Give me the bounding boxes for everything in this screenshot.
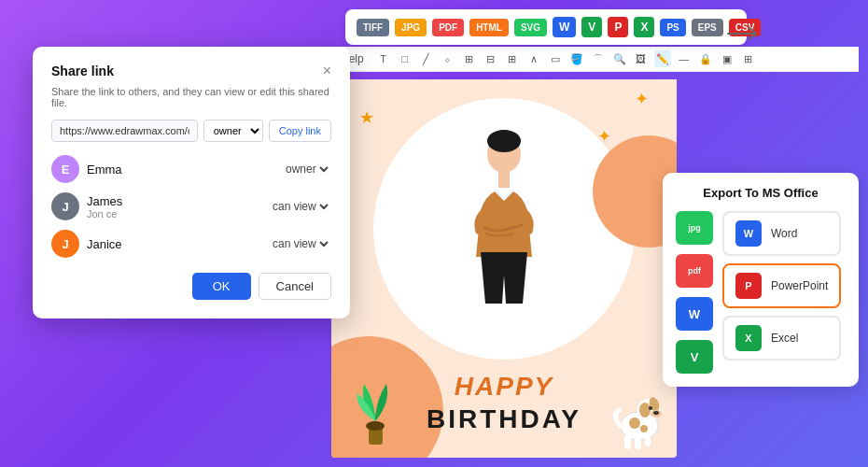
side-icon-word-mini[interactable]: W [676, 297, 713, 331]
export-panel: Export To MS Office jpg pdf W V W Word P… [663, 173, 859, 387]
share-modal: Share link × Share the link to others, a… [33, 47, 350, 318]
image-icon[interactable]: 🖼 [633, 50, 650, 67]
pen-icon[interactable]: ✏️ [654, 50, 671, 67]
cancel-button[interactable]: Cancel [259, 273, 331, 300]
tool-icons: T □ ╱ ⬦ ⊞ ⊟ ⊞ ∧ ▭ 🪣 ⌒ 🔍 🖼 ✏️ — 🔒 ▣ ⊞ [375, 50, 757, 67]
svg-rect-15 [624, 435, 631, 449]
chart-icon[interactable]: ∧ [525, 50, 542, 67]
line-tool-icon[interactable]: ╱ [418, 50, 435, 67]
card-canvas: ★ ✦ ✦ HAPPY BIRTHDAY [331, 79, 677, 458]
user-role-select-emma[interactable]: owner [282, 162, 331, 177]
card-star-3: ✦ [635, 89, 649, 109]
badge-ps[interactable]: PS [660, 19, 685, 36]
modal-description: Share the link to others, and they can v… [51, 86, 331, 108]
help-bar: Help T □ ╱ ⬦ ⊞ ⊟ ⊞ ∧ ▭ 🪣 ⌒ 🔍 🖼 ✏️ — 🔒 ▣ … [331, 47, 859, 72]
user-info-emma: Emma [87, 163, 122, 177]
svg-point-10 [639, 403, 651, 417]
word-label: Word [771, 227, 797, 240]
card-plant [350, 375, 401, 458]
powerpoint-label: PowerPoint [771, 279, 828, 292]
screen-icon[interactable]: ▣ [719, 50, 735, 67]
table-icon[interactable]: ⊞ [504, 50, 521, 67]
card-star-1: ★ [359, 107, 374, 128]
export-options: W Word P PowerPoint X Excel [722, 211, 841, 374]
modal-title: Share link [51, 64, 114, 78]
side-icon-pdf[interactable]: pdf [676, 254, 713, 288]
svg-point-2 [497, 130, 511, 145]
user-role-select-janice[interactable]: can view [269, 236, 331, 251]
card-person [429, 117, 579, 322]
user-sub-james: Jon ce [87, 208, 122, 219]
group-icon[interactable]: ⊞ [461, 50, 478, 67]
export-option-word[interactable]: W Word [722, 211, 841, 256]
user-name-james: James [87, 194, 122, 208]
card-birthday-text: BIRTHDAY [427, 404, 581, 434]
card-star-2: ✦ [597, 126, 611, 147]
user-left-james: J James Jon ce [51, 192, 122, 220]
users-list: E Emma owner J James Jon ce [51, 155, 331, 258]
share-url-input[interactable] [51, 120, 198, 142]
svg-point-14 [653, 411, 659, 415]
fill-icon[interactable]: 🪣 [568, 50, 585, 67]
curve-icon[interactable]: ⌒ [590, 50, 607, 67]
badge-pdf[interactable]: PDF [432, 19, 464, 36]
powerpoint-icon: P [735, 273, 762, 299]
avatar-janice: J [51, 230, 79, 258]
svg-point-5 [366, 421, 385, 431]
export-option-excel[interactable]: X Excel [722, 316, 841, 361]
shape-tool-icon[interactable]: □ [397, 50, 413, 67]
badge-ppt[interactable]: P [608, 17, 628, 37]
grid-icon[interactable]: ⊞ [740, 50, 757, 67]
avatar-emma: E [51, 155, 79, 183]
user-row-emma: E Emma owner [51, 155, 331, 183]
svg-point-7 [629, 417, 640, 429]
zoom-icon[interactable]: 🔍 [611, 50, 628, 67]
side-icon-jpg[interactable]: jpg [676, 211, 713, 245]
text-tool-icon[interactable]: T [375, 50, 392, 67]
user-name-janice: Janice [87, 237, 122, 251]
word-icon: W [735, 220, 762, 247]
avatar-james: J [51, 192, 79, 220]
user-row-james: J James Jon ce can view [51, 192, 331, 220]
export-option-powerpoint[interactable]: P PowerPoint [722, 263, 841, 308]
badge-eps[interactable]: EPS [692, 19, 723, 36]
card-happy-text: HAPPY [455, 372, 553, 402]
user-role-select-james[interactable]: can view [269, 199, 331, 214]
excel-icon: X [735, 325, 762, 351]
user-left-janice: J Janice [51, 230, 122, 258]
align-icon[interactable]: ⊟ [483, 50, 499, 67]
export-content: jpg pdf W V W Word P PowerPoint X Excel [676, 211, 846, 374]
rect-icon[interactable]: ▭ [547, 50, 564, 67]
side-icon-visio[interactable]: V [676, 340, 713, 374]
badge-word[interactable]: W [553, 17, 576, 37]
lock-icon[interactable]: 🔒 [697, 50, 714, 67]
export-title: Export To MS Office [676, 186, 846, 200]
export-side-icons: jpg pdf W V [676, 211, 713, 374]
svg-rect-3 [498, 171, 510, 188]
svg-rect-17 [645, 435, 651, 446]
svg-point-8 [640, 425, 648, 432]
user-info-janice: Janice [87, 237, 122, 251]
copy-link-button[interactable]: Copy link [269, 120, 331, 142]
svg-rect-16 [635, 435, 641, 449]
user-row-janice: J Janice can view [51, 230, 331, 258]
share-url-row: owner Copy link [51, 120, 331, 142]
arrow-indicator [723, 24, 761, 47]
badge-jpg[interactable]: JPG [395, 19, 427, 36]
ok-button[interactable]: OK [192, 273, 251, 300]
owner-role-select[interactable]: owner [203, 120, 263, 142]
format-toolbar: TIFF JPG PDF HTML SVG W V P X PS EPS CSV [345, 9, 747, 45]
badge-svg[interactable]: SVG [514, 19, 547, 36]
arrow-tool-icon[interactable]: ⬦ [440, 50, 456, 67]
badge-visio[interactable]: V [581, 17, 602, 37]
modal-close-button[interactable]: × [323, 64, 331, 78]
badge-html[interactable]: HTML [469, 19, 509, 36]
modal-header: Share link × [51, 64, 331, 78]
badge-tiff[interactable]: TIFF [357, 19, 389, 36]
modal-actions: OK Cancel [51, 273, 331, 300]
user-info-james: James Jon ce [87, 194, 122, 219]
line2-icon[interactable]: — [676, 50, 693, 67]
card-dog [611, 375, 667, 458]
badge-excel[interactable]: X [634, 17, 654, 37]
user-left-emma: E Emma [51, 155, 122, 183]
